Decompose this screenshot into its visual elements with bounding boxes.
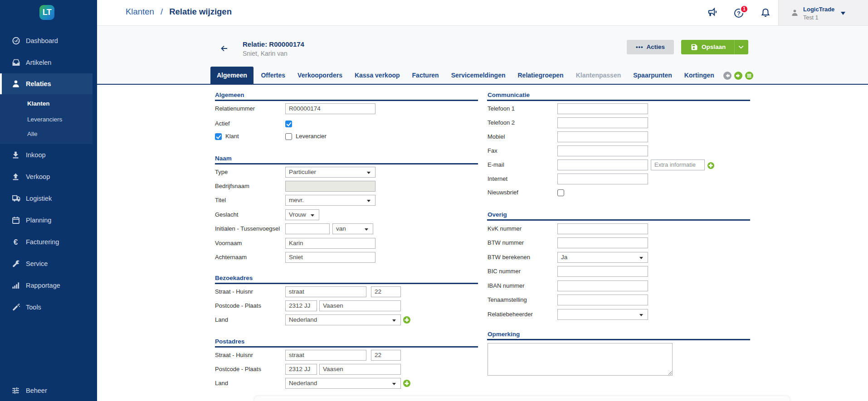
svg-text:?: ? (737, 10, 741, 17)
svg-text:€: € (14, 238, 18, 246)
